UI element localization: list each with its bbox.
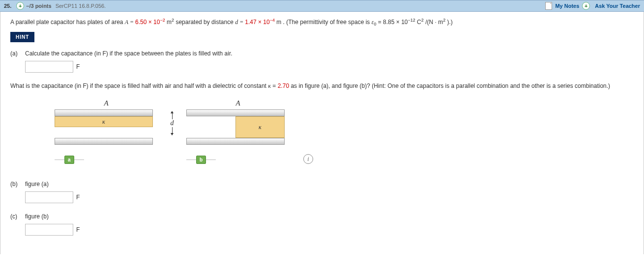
points-label: –/3 points xyxy=(26,3,51,9)
text: d = xyxy=(235,19,245,26)
answer-row-b: F xyxy=(25,191,634,203)
text: 2 xyxy=(443,18,445,23)
answer-input-c[interactable] xyxy=(25,224,73,236)
ask-teacher-link[interactable]: Ask Your Teacher xyxy=(595,3,640,9)
text: A = xyxy=(125,19,135,26)
plus-icon: + xyxy=(582,2,590,10)
figures: A κ a d xyxy=(55,99,634,164)
text: −12 xyxy=(408,18,415,23)
text: m xyxy=(276,19,281,26)
fig-tag-a: a xyxy=(64,156,74,164)
text: 6.50 × 10 xyxy=(135,19,160,26)
text: A parallel plate capacitor has plates of… xyxy=(10,19,125,26)
problem-id: SerCP11 16.8.P.056. xyxy=(56,3,106,9)
expand-icon[interactable]: + xyxy=(16,2,24,10)
part-a: (a) Calculate the capacitance (in F) if … xyxy=(10,50,634,57)
hint-button[interactable]: HINT xyxy=(10,32,34,42)
fig-b-label-A: A xyxy=(186,99,290,107)
text: −4 xyxy=(270,18,275,23)
text: 8.85 × 10 xyxy=(383,19,408,26)
note-icon xyxy=(545,2,552,10)
value-A: 6.50 × 10−2 xyxy=(135,19,167,26)
text: −2 xyxy=(160,18,165,23)
answer-input-b[interactable] xyxy=(25,191,73,203)
part-b-text: figure (a) xyxy=(25,181,49,187)
problem-statement: A parallel plate capacitor has plates of… xyxy=(10,19,634,26)
answer-input-a[interactable] xyxy=(25,61,73,73)
text: ).) xyxy=(447,19,453,26)
part-a-label: (a) xyxy=(10,50,25,57)
text: /(N · m xyxy=(425,19,443,26)
text: = xyxy=(378,19,383,26)
my-notes-link[interactable]: My Notes xyxy=(555,3,579,9)
part-b: (b) figure (a) xyxy=(10,181,634,187)
text: 0 xyxy=(374,22,376,27)
text: 2 xyxy=(172,18,174,23)
paragraph-2: What is the capacitance (in F) if the sp… xyxy=(10,81,634,90)
value-d: 1.47 × 10−4 xyxy=(245,19,276,26)
fig-a-label-A: A xyxy=(55,99,158,107)
answer-row-a: F xyxy=(25,61,634,73)
fig-tag-b: b xyxy=(196,156,206,164)
fig-b-kappa: κ xyxy=(259,124,262,131)
part-c: (c) figure (b) xyxy=(10,213,634,220)
value-kappa: 2.70 xyxy=(278,82,289,89)
part-c-text: figure (b) xyxy=(25,213,49,220)
info-icon[interactable]: i xyxy=(303,154,313,164)
fig-a-kappa: κ xyxy=(102,118,105,126)
text: m xyxy=(167,19,172,26)
header-right: My Notes + Ask Your Teacher xyxy=(545,2,640,10)
text: separated by distance xyxy=(176,19,235,26)
text: as in figure (a), and figure (b)? (Hint:… xyxy=(291,82,610,89)
text: κ xyxy=(268,82,271,89)
part-b-label: (b) xyxy=(10,181,25,187)
question-header: 25. + –/3 points SerCP11 16.8.P.056. My … xyxy=(0,0,644,12)
text: = xyxy=(272,82,277,89)
question-body: A parallel plate capacitor has plates of… xyxy=(0,12,644,254)
answer-row-c: F xyxy=(25,224,634,236)
figure-b: A κ b xyxy=(186,99,290,164)
part-c-label: (c) xyxy=(10,213,25,220)
unit-a: F xyxy=(76,63,80,70)
figure-a: A κ a xyxy=(55,99,158,164)
unit-b: F xyxy=(76,194,80,201)
text: What is the capacitance (in F) if the sp… xyxy=(10,82,268,89)
distance-d-indicator: d xyxy=(168,99,176,135)
text: C xyxy=(417,19,421,26)
text: 2 xyxy=(421,18,424,23)
text: 1.47 × 10 xyxy=(245,19,269,26)
question-number: 25. xyxy=(4,3,11,9)
text: . (The permittivity of free space is xyxy=(283,19,372,26)
d-label: d xyxy=(171,119,174,127)
unit-c: F xyxy=(76,226,80,233)
part-a-text: Calculate the capacitance (in F) if the … xyxy=(25,50,233,57)
